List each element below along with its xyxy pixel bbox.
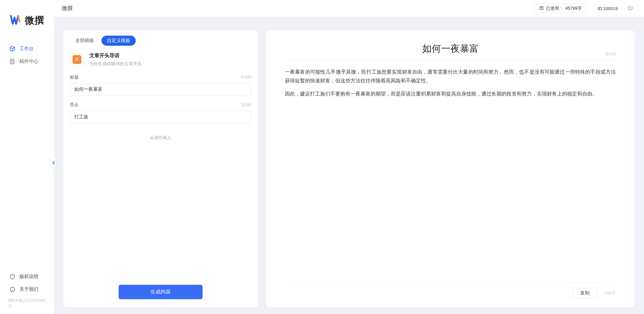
selected-template: 文章开头导语 为你生成抓眼球的文章开头 [63, 48, 258, 72]
copy-button[interactable]: 复制 [572, 288, 597, 299]
article-intro-icon [73, 55, 81, 64]
field-label: 受众 [70, 102, 79, 108]
tab-label: 自定义模板 [107, 38, 130, 43]
sidebar: 微撰 工作台 稿件中心 版权说明 关于我们 鄂ICP [0, 0, 54, 314]
user-id: ID:100519 [598, 6, 618, 11]
sidebar-nav: 工作台 稿件中心 [0, 42, 54, 270]
sidebar-item-about[interactable]: 关于我们 [0, 283, 54, 296]
output-panel: 如何一夜暴富 6/100 一夜暴富的可能性几乎微乎其微，而打工族想要实现财富自由… [266, 30, 635, 307]
sidebar-item-label: 关于我们 [19, 286, 38, 292]
title-input[interactable] [70, 83, 251, 96]
field-title: 标题 6/100 [70, 74, 251, 96]
cube-icon [9, 46, 15, 52]
paragraph: 因此，建议打工族们不要抱有一夜暴富的期望，而是应该注重积累财富和提高自身技能，通… [285, 89, 616, 98]
template-description: 为你生成抓眼球的文章开头 [89, 61, 142, 67]
tab-label: 全部模板 [75, 38, 94, 43]
template-icon-wrap [70, 52, 84, 67]
sidebar-collapse-button[interactable] [51, 158, 56, 167]
document-title-row: 如何一夜暴富 6/100 [285, 42, 616, 60]
document-icon [9, 58, 15, 65]
tab-custom-template[interactable]: 自定义模板 [101, 36, 136, 46]
clear-label: ⊘清空录入 [150, 135, 171, 140]
app-logo: 微撰 [0, 14, 54, 42]
page-title: 微撰 [62, 5, 73, 12]
shield-icon [9, 274, 15, 280]
sidebar-item-copyright[interactable]: 版权说明 [0, 270, 54, 283]
template-tabs: 全部模板 自定义模板 [63, 30, 258, 48]
logout-button[interactable] [627, 5, 633, 12]
char-count: 3/100 [241, 103, 251, 107]
chevron-left-icon [52, 161, 55, 165]
sidebar-item-label: 工作台 [19, 46, 34, 52]
usage-badge[interactable]: 已使用： 45799字 [534, 4, 587, 13]
output-word-count: 156字 [604, 290, 616, 296]
tab-all-templates[interactable]: 全部模板 [70, 36, 99, 46]
paragraph: 一夜暴富的可能性几乎微乎其微，而打工族想要实现财富自由，通常需要付出大量的时间和… [285, 68, 616, 85]
sidebar-item-workbench[interactable]: 工作台 [0, 42, 54, 55]
field-audience: 受众 3/100 [70, 102, 251, 123]
output-footer: 复制 156字 [285, 282, 616, 299]
logo-mark-icon [10, 15, 22, 26]
field-label: 标题 [70, 74, 79, 80]
clear-input-button[interactable]: ⊘清空录入 [70, 129, 251, 146]
template-title: 文章开头导语 [89, 52, 142, 59]
document-body[interactable]: 一夜暴富的可能性几乎微乎其微，而打工族想要实现财富自由，通常需要付出大量的时间和… [285, 68, 616, 103]
usage-value: 45799字 [565, 5, 582, 11]
template-form-panel: 全部模板 自定义模板 文章开头导语 为你生成抓眼球的文章开头 标题 6/100 [63, 30, 258, 307]
usage-prefix: 已使用： [546, 5, 563, 11]
logo-text: 微撰 [25, 14, 44, 27]
template-form: 标题 6/100 受众 3/100 ⊘清空录入 [63, 72, 258, 149]
main-content: 全部模板 自定义模板 文章开头导语 为你生成抓眼球的文章开头 标题 6/100 [54, 17, 644, 314]
char-count: 6/100 [241, 75, 251, 80]
audience-input[interactable] [70, 111, 251, 123]
sidebar-item-label: 稿件中心 [19, 58, 38, 65]
copy-label: 复制 [580, 290, 590, 296]
sidebar-item-drafts[interactable]: 稿件中心 [0, 55, 54, 68]
power-icon [627, 5, 633, 11]
sidebar-bottom: 版权说明 关于我们 鄂ICP备2022016946号 [0, 270, 54, 314]
info-icon [9, 286, 15, 292]
title-char-count: 6/100 [606, 52, 616, 56]
generate-label: 生成内容 [151, 289, 171, 295]
sidebar-item-label: 版权说明 [19, 274, 38, 280]
icp-text: 鄂ICP备2022016946号 [0, 296, 54, 311]
document-title[interactable]: 如何一夜暴富 [285, 42, 616, 55]
text-icon [539, 6, 544, 11]
topbar: 微撰 已使用： 45799字 ID:100519 [54, 0, 644, 17]
generate-button[interactable]: 生成内容 [119, 285, 203, 299]
